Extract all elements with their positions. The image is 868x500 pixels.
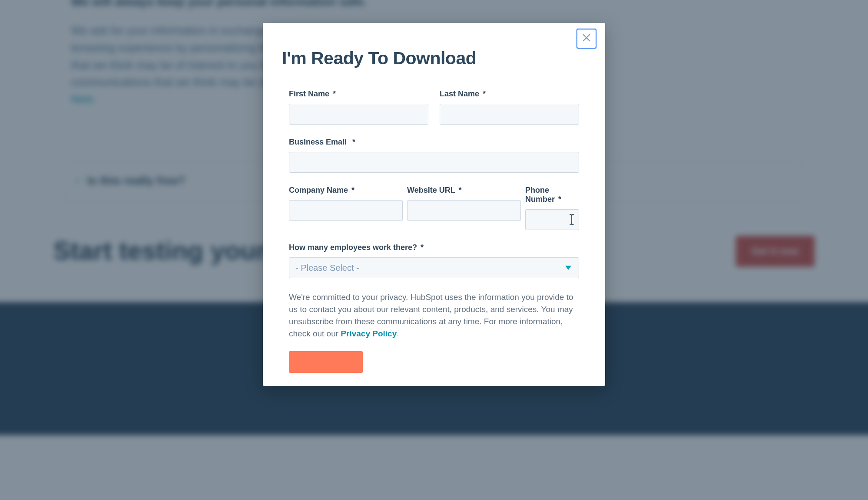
disclaimer-tail: . — [397, 329, 399, 338]
business-email-label: Business Email * — [289, 138, 579, 147]
phone-number-field: Phone Number * — [525, 186, 579, 230]
first-name-label: First Name * — [289, 89, 428, 99]
company-name-label-text: Company Name — [289, 186, 348, 194]
disclaimer-lead: We're committed to your privacy. HubSpot… — [289, 293, 573, 338]
submit-button[interactable] — [289, 351, 363, 373]
phone-number-input[interactable] — [525, 209, 579, 230]
business-email-input[interactable] — [289, 152, 579, 173]
first-name-label-text: First Name — [289, 89, 329, 98]
company-name-input[interactable] — [289, 200, 403, 221]
website-url-input[interactable] — [407, 200, 521, 221]
website-url-label-text: Website URL — [407, 186, 455, 194]
privacy-disclaimer: We're committed to your privacy. HubSpot… — [289, 291, 579, 340]
phone-number-required: * — [558, 195, 561, 204]
first-name-required: * — [333, 89, 336, 98]
download-form: First Name * Last Name * Business Email — [282, 89, 586, 386]
business-email-field: Business Email * — [289, 138, 579, 173]
company-name-required: * — [351, 186, 354, 194]
download-modal: I'm Ready To Download First Name * Last … — [263, 23, 605, 386]
modal-scroll-area[interactable]: I'm Ready To Download First Name * Last … — [263, 23, 605, 386]
website-url-label: Website URL * — [407, 186, 521, 195]
employees-required: * — [421, 243, 424, 252]
last-name-field: Last Name * — [440, 89, 579, 125]
website-url-field: Website URL * — [407, 186, 521, 230]
employees-select[interactable]: - Please Select - — [289, 257, 579, 278]
phone-number-label: Phone Number * — [525, 186, 579, 204]
last-name-required: * — [483, 89, 486, 98]
privacy-policy-link[interactable]: Privacy Policy — [341, 329, 397, 338]
employees-field: How many employees work there? * - Pleas… — [289, 243, 579, 278]
website-url-required: * — [458, 186, 461, 194]
company-name-label: Company Name * — [289, 186, 403, 195]
first-name-field: First Name * — [289, 89, 428, 125]
first-name-input[interactable] — [289, 104, 428, 125]
phone-number-label-text: Phone Number — [525, 186, 555, 204]
company-name-field: Company Name * — [289, 186, 403, 230]
last-name-input[interactable] — [440, 104, 579, 125]
business-email-label-text: Business Email — [289, 138, 347, 146]
business-email-required: * — [352, 138, 355, 146]
close-button[interactable] — [576, 29, 596, 49]
last-name-label-text: Last Name — [440, 89, 479, 98]
employees-label-text: How many employees work there? — [289, 243, 417, 252]
close-icon — [582, 33, 591, 44]
modal-title: I'm Ready To Download — [282, 48, 586, 69]
employees-label: How many employees work there? * — [289, 243, 579, 252]
last-name-label: Last Name * — [440, 89, 579, 99]
